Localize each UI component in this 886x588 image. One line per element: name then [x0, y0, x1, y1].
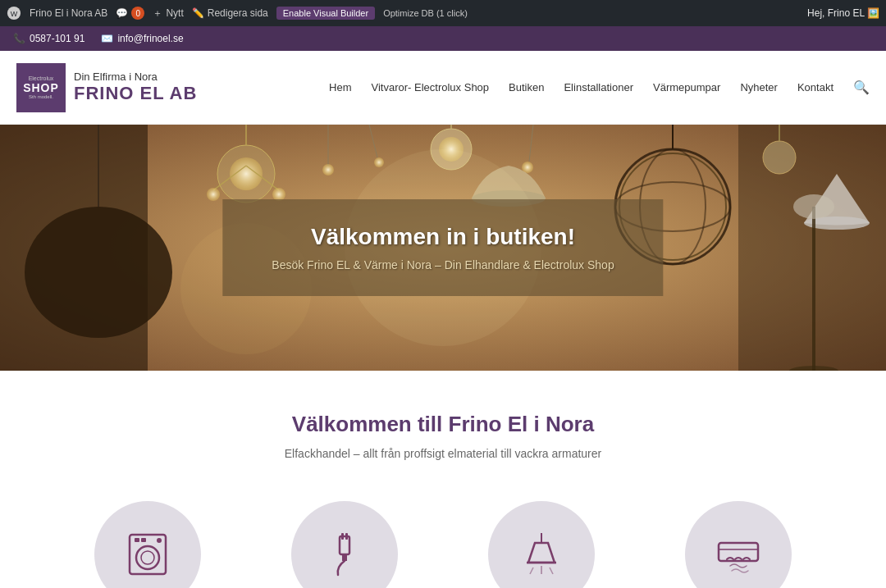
svg-point-22	[763, 141, 796, 174]
phone-contact[interactable]: 📞 0587-101 91	[13, 33, 84, 44]
service-vitvaror: Vitvaror - Electrolux Shop Vi köp av vit…	[66, 501, 230, 588]
admin-bar: W Frino El i Nora AB 💬 0 ＋ Nytt ✏️ Redig…	[0, 0, 886, 26]
svg-text:W: W	[11, 10, 18, 18]
hero-overlay: Välkommen in i butiken! Besök Frino EL &…	[222, 199, 663, 296]
phone-icon: 📞	[13, 33, 25, 44]
svg-rect-31	[812, 207, 815, 371]
logo-area: Electrolux SHOP Sth modell. Din Elfirma …	[16, 63, 197, 112]
svg-line-51	[550, 567, 553, 574]
shop-label: SHOP	[23, 81, 59, 94]
welcome-subtitle: Elfackhandel – allt från proffsigt elmat…	[16, 447, 870, 460]
nav-elinstallationer[interactable]: Elinstallationer	[564, 81, 633, 93]
new-button[interactable]: ＋ Nytt	[153, 7, 183, 21]
hero-background: Välkommen in i butiken! Besök Frino EL &…	[0, 125, 886, 371]
svg-point-32	[793, 194, 834, 219]
hero-title: Välkommen in i butiken!	[272, 224, 614, 250]
nav-hem[interactable]: Hem	[329, 81, 351, 93]
services-section: Vitvaror - Electrolux Shop Vi köp av vit…	[0, 485, 886, 588]
hero-section: Välkommen in i butiken! Besök Frino EL &…	[0, 125, 886, 371]
site-name-link[interactable]: Frino El i Nora AB	[30, 7, 107, 19]
service-varmepumpar: Värmepumpar Vi installerar alla typer av…	[656, 501, 820, 588]
plug-icon	[320, 530, 369, 579]
butiken-icon-circle[interactable]	[488, 501, 595, 588]
nav-varmepumpar[interactable]: Värmepumpar	[653, 81, 720, 93]
admin-greeting: Hej, Frino EL 🖼️	[807, 7, 879, 19]
electrolux-label: Electrolux	[29, 75, 54, 81]
nav-butiken[interactable]: Butiken	[509, 81, 544, 93]
comments-badge: 0	[131, 7, 144, 20]
electrolux-shop-logo: Electrolux SHOP Sth modell.	[16, 63, 66, 112]
svg-rect-46	[345, 533, 348, 540]
welcome-title: Välkommen till Frino El i Nora	[16, 412, 870, 437]
svg-point-38	[136, 546, 159, 569]
washer-icon	[123, 530, 172, 579]
edit-page-button[interactable]: ✏️ Redigera sida	[192, 7, 268, 19]
email-contact[interactable]: ✉️ info@frinoel.se	[101, 33, 183, 44]
svg-rect-41	[141, 538, 146, 542]
nav-nyheter[interactable]: Nyheter	[740, 81, 778, 93]
comments-button[interactable]: 💬 0	[116, 7, 144, 20]
main-nav: Hem Vitvaror- Electrolux Shop Butiken El…	[197, 80, 870, 95]
nav-vitvaror[interactable]: Vitvaror- Electrolux Shop	[372, 81, 490, 93]
wp-logo-button[interactable]: W	[7, 6, 21, 21]
logo-bottom: Sth modell.	[29, 94, 53, 99]
nav-kontakt[interactable]: Kontakt	[797, 81, 833, 93]
logo-text: Din Elfirma i Nora FRINO EL AB	[74, 71, 197, 104]
optimize-db-button[interactable]: Optimize DB (1 click)	[383, 8, 468, 18]
svg-rect-43	[340, 536, 349, 554]
logo-tagline: Din Elfirma i Nora	[74, 71, 197, 83]
svg-point-28	[374, 157, 384, 167]
varmepumpar-icon-circle[interactable]	[685, 501, 792, 588]
svg-point-26	[322, 164, 334, 175]
service-installation: Installation/ Service För oss är inget u…	[263, 501, 427, 588]
contact-bar: 📞 0587-101 91 ✉️ info@frinoel.se	[0, 26, 886, 51]
admin-bar-left: W Frino El i Nora AB 💬 0 ＋ Nytt ✏️ Redig…	[7, 6, 797, 21]
lamp-icon	[517, 530, 566, 579]
installation-icon-circle[interactable]	[291, 501, 398, 588]
welcome-section: Välkommen till Frino El i Nora Elfackhan…	[0, 371, 886, 485]
vitvaror-icon-circle[interactable]	[94, 501, 201, 588]
svg-point-39	[141, 551, 154, 564]
hero-subtitle: Besök Frino EL & Värme i Nora – Din Elha…	[272, 258, 614, 271]
search-icon[interactable]: 🔍	[853, 80, 870, 95]
svg-point-5	[25, 207, 172, 338]
svg-line-50	[530, 567, 533, 574]
email-icon: ✉️	[101, 33, 113, 44]
svg-rect-40	[135, 538, 139, 542]
svg-rect-45	[341, 533, 344, 540]
svg-point-11	[207, 188, 220, 201]
logo-name: FRINO EL AB	[74, 83, 197, 104]
service-butiken: Butiken Gör ett besök hos Frino EL & Vär…	[459, 501, 623, 588]
header: Electrolux SHOP Sth modell. Din Elfirma …	[0, 51, 886, 125]
visual-builder-button[interactable]: Enable Visual Builder	[276, 7, 375, 20]
email-link[interactable]: info@frinoel.se	[117, 33, 183, 44]
heatpump-icon	[714, 530, 763, 579]
svg-point-42	[157, 538, 162, 543]
